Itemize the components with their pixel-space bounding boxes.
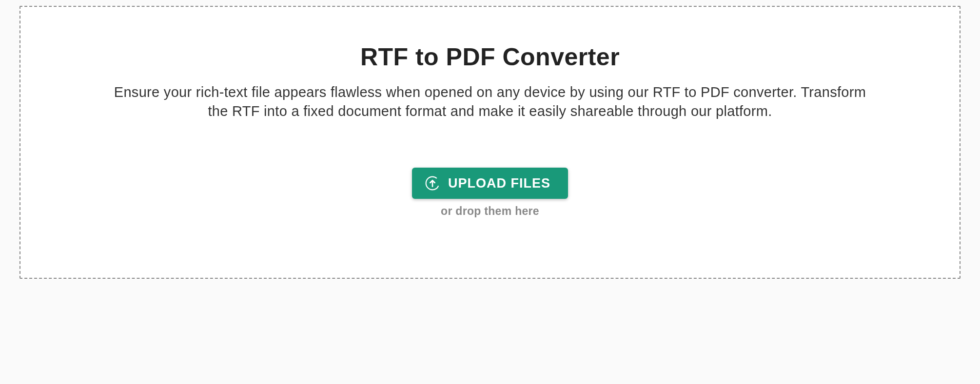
file-dropzone[interactable]: RTF to PDF Converter Ensure your rich-te… [20,6,960,279]
upload-button[interactable]: UPLOAD FILES [412,168,568,199]
page-title: RTF to PDF Converter [360,43,620,71]
upload-icon [425,175,440,191]
upload-button-label: UPLOAD FILES [448,176,550,191]
upload-area: UPLOAD FILES or drop them here [412,168,568,218]
page-description: Ensure your rich-text file appears flawl… [76,83,904,121]
drop-hint: or drop them here [441,205,539,218]
